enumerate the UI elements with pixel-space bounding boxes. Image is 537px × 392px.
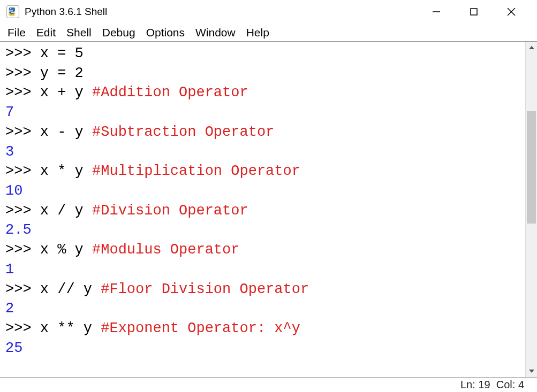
- status-col-label: Col:: [496, 379, 516, 391]
- statusbar: Ln: 19 Col: 4: [0, 377, 537, 392]
- output-value: 2: [5, 301, 14, 317]
- comment-text: #Division Operator: [92, 203, 248, 219]
- code-text: x * y: [40, 163, 92, 179]
- menubar: File Edit Shell Debug Options Window Hel…: [0, 24, 537, 42]
- shell-line: >>> x - y #Subtraction Operator: [5, 122, 523, 142]
- comment-text: #Subtraction Operator: [92, 124, 274, 140]
- code-text: x % y: [40, 242, 92, 258]
- menu-window[interactable]: Window: [195, 26, 236, 39]
- shell-line: >>> y = 2: [5, 64, 523, 83]
- output-value: 2.5: [5, 222, 32, 238]
- code-text: y = 2: [40, 65, 84, 81]
- shell-line: 25: [5, 339, 523, 358]
- shell-line: 2.5: [5, 220, 523, 240]
- menu-debug[interactable]: Debug: [102, 26, 135, 39]
- menu-edit[interactable]: Edit: [36, 26, 56, 39]
- scroll-thumb[interactable]: [527, 111, 536, 224]
- status-ln-value: 19: [478, 379, 490, 391]
- svg-rect-4: [471, 9, 477, 15]
- shell-line: >>> x % y #Modulus Operator: [5, 240, 523, 260]
- shell-line: 3: [5, 142, 523, 162]
- code-text: x - y: [40, 124, 92, 140]
- shell-line: 7: [5, 103, 523, 122]
- window-title: Python 3.6.1 Shell: [25, 6, 107, 18]
- prompt: >>>: [5, 163, 40, 179]
- prompt: >>>: [5, 320, 40, 336]
- code-text: x + y: [40, 84, 92, 101]
- menu-help[interactable]: Help: [246, 26, 269, 39]
- status-col-value: 4: [518, 379, 524, 391]
- output-value: 25: [5, 340, 22, 356]
- prompt: >>>: [5, 65, 40, 81]
- code-text: x // y: [40, 281, 101, 297]
- menu-shell[interactable]: Shell: [66, 26, 92, 39]
- scroll-up-arrow-icon[interactable]: [526, 42, 537, 53]
- menu-options[interactable]: Options: [146, 26, 185, 39]
- prompt: >>>: [5, 281, 40, 297]
- output-value: 3: [5, 144, 14, 160]
- editor-area: >>> x = 5>>> y = 2>>> x + y #Addition Op…: [0, 42, 537, 377]
- comment-text: #Multiplication Operator: [92, 163, 300, 179]
- minimize-button[interactable]: [426, 1, 447, 22]
- prompt: >>>: [5, 84, 40, 101]
- shell-text-area[interactable]: >>> x = 5>>> y = 2>>> x + y #Addition Op…: [0, 42, 525, 377]
- comment-text: #Modulus Operator: [92, 242, 239, 258]
- vertical-scrollbar[interactable]: [525, 42, 537, 377]
- comment-text: #Addition Operator: [92, 84, 248, 101]
- close-button[interactable]: [501, 1, 522, 22]
- menu-file[interactable]: File: [7, 26, 26, 39]
- output-value: 1: [5, 262, 14, 278]
- shell-line: 10: [5, 181, 523, 201]
- output-value: 7: [5, 104, 14, 120]
- status-ln-label: Ln:: [460, 379, 475, 391]
- comment-text: #Floor Division Operator: [101, 281, 309, 297]
- prompt: >>>: [5, 203, 40, 219]
- svg-point-1: [10, 8, 11, 9]
- prompt: >>>: [5, 242, 40, 258]
- python-app-icon: [5, 4, 20, 19]
- shell-line: >>> x ** y #Exponent Operator: x^y: [5, 319, 523, 339]
- shell-line: >>> x + y #Addition Operator: [5, 83, 523, 103]
- titlebar: Python 3.6.1 Shell: [0, 0, 537, 24]
- prompt: >>>: [5, 124, 40, 140]
- svg-point-2: [14, 14, 16, 16]
- maximize-button[interactable]: [463, 1, 485, 22]
- prompt: >>>: [5, 45, 40, 62]
- comment-text: #Exponent Operator: x^y: [101, 320, 300, 336]
- shell-line: >>> x // y #Floor Division Operator: [5, 280, 523, 299]
- code-text: x = 5: [40, 45, 84, 62]
- shell-line: >>> x / y #Division Operator: [5, 201, 523, 221]
- code-text: x ** y: [40, 320, 101, 336]
- shell-line: 2: [5, 299, 523, 319]
- scroll-down-arrow-icon[interactable]: [526, 365, 537, 377]
- shell-line: >>> x * y #Multiplication Operator: [5, 162, 523, 181]
- window-controls: [426, 1, 537, 22]
- output-value: 10: [5, 183, 22, 199]
- code-text: x / y: [40, 203, 92, 219]
- shell-line: >>> x = 5: [5, 44, 523, 64]
- shell-line: 1: [5, 260, 523, 280]
